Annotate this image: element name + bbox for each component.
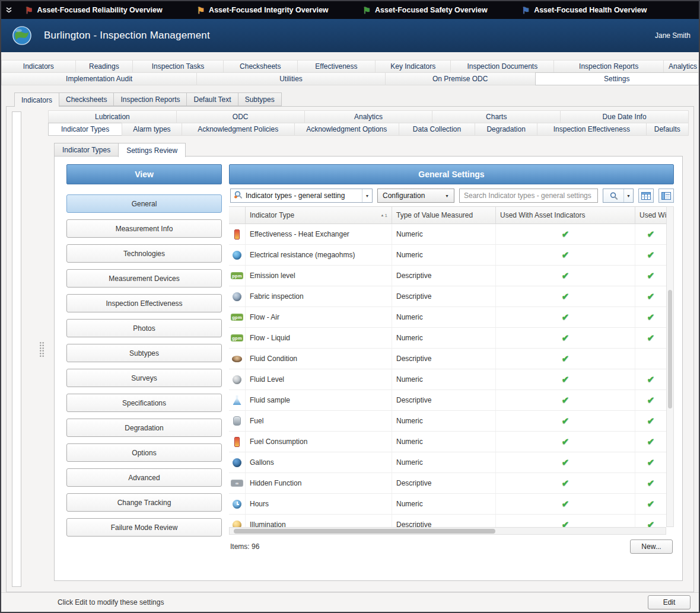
tab-due-date-info[interactable]: Due Date Info bbox=[560, 110, 689, 123]
horizontal-scrollbar-thumb[interactable] bbox=[234, 529, 495, 534]
table-row[interactable]: gpmFlow - LiquidNumeric✔✔ bbox=[229, 328, 666, 349]
electrical-resistance-icon bbox=[233, 251, 241, 260]
topbar-tab-label: Asset-Focused Safety Overview bbox=[375, 6, 488, 14]
column-header-indicator-type[interactable]: Indicator Type▲1 bbox=[246, 207, 392, 224]
view-item-change-tracking[interactable]: Change Tracking bbox=[66, 493, 222, 512]
used-with-cell: ✔ bbox=[635, 307, 666, 327]
table-row[interactable]: Fluid sampleDescriptive✔✔ bbox=[229, 390, 666, 411]
table-row[interactable]: ∞Hidden FunctionDescriptive✔✔ bbox=[229, 473, 666, 494]
horizontal-scrollbar[interactable] bbox=[229, 527, 666, 535]
topbar-tab-asset-focused-integrity-overview[interactable]: ⚑Asset-Focused Integrity Overview bbox=[189, 1, 337, 19]
tab-indicator-types[interactable]: Indicator Types bbox=[48, 123, 122, 136]
table-row[interactable]: ppmEmission levelDescriptive✔✔ bbox=[229, 266, 666, 286]
tab-default-text[interactable]: Default Text bbox=[186, 92, 237, 106]
value-type-cell: Descriptive bbox=[392, 266, 496, 286]
tab-inspection-reports[interactable]: Inspection Reports bbox=[553, 60, 663, 73]
used-with-asset-indicators-cell: ✔ bbox=[496, 369, 635, 389]
tab-inspection-reports[interactable]: Inspection Reports bbox=[113, 92, 186, 106]
tab-on-premise-odc[interactable]: On Premise ODC bbox=[385, 72, 535, 85]
row-icon-cell bbox=[229, 369, 246, 389]
tab-analytics[interactable]: Analytics bbox=[663, 60, 699, 73]
tab-key-indicators[interactable]: Key Indicators bbox=[375, 60, 450, 73]
search-input[interactable] bbox=[459, 189, 598, 203]
search-button[interactable]: ▼ bbox=[603, 189, 634, 203]
tab-settings-review[interactable]: Settings Review bbox=[118, 143, 186, 157]
table-row[interactable]: IlluminationDescriptive✔✔ bbox=[229, 515, 666, 527]
view-item-options[interactable]: Options bbox=[66, 443, 222, 462]
view-item-photos[interactable]: Photos bbox=[66, 319, 222, 337]
view-item-measurement-info[interactable]: Measurement Info bbox=[66, 219, 222, 238]
tab-utilities[interactable]: Utilities bbox=[196, 72, 385, 85]
view-item-failure-mode-review[interactable]: Failure Mode Review bbox=[66, 518, 222, 537]
tab-alarm-types[interactable]: Alarm types bbox=[122, 123, 181, 136]
view-item-specifications[interactable]: Specifications bbox=[66, 394, 222, 412]
vertical-scrollbar[interactable] bbox=[666, 206, 674, 527]
table-row[interactable]: GallonsNumeric✔✔ bbox=[229, 452, 666, 473]
tab-acknowledgment-options[interactable]: Acknowledgment Options bbox=[294, 123, 399, 136]
tab-checksheets[interactable]: Checksheets bbox=[59, 92, 113, 106]
tab-defaults[interactable]: Defaults bbox=[646, 123, 689, 136]
edit-button[interactable]: Edit bbox=[648, 595, 691, 609]
table-row[interactable]: Fluid ConditionDescriptive✔ bbox=[229, 349, 666, 369]
tab-readings[interactable]: Readings bbox=[75, 60, 132, 73]
view-item-surveys[interactable]: Surveys bbox=[66, 369, 222, 387]
tab-lubrication[interactable]: Lubrication bbox=[48, 110, 176, 123]
tab-indicator-types[interactable]: Indicator Types bbox=[54, 143, 118, 157]
column-header-used-with-asset-indicators[interactable]: Used With Asset Indicators bbox=[496, 207, 635, 224]
tab-inspection-effectiveness[interactable]: Inspection Effectiveness bbox=[537, 123, 646, 136]
card-view-button[interactable] bbox=[658, 189, 674, 203]
grid-view-button[interactable] bbox=[638, 189, 654, 203]
app-window: ⚑Asset-Focused Reliability Overview⚑Asse… bbox=[0, 0, 700, 613]
new-button[interactable]: New... bbox=[630, 539, 673, 554]
view-item-measurement-devices[interactable]: Measurement Devices bbox=[66, 269, 222, 288]
tab-inspection-documents[interactable]: Inspection Documents bbox=[450, 60, 553, 73]
view-item-general[interactable]: General bbox=[66, 194, 222, 213]
table-row[interactable]: HoursNumeric✔✔ bbox=[229, 494, 666, 515]
tab-inspection-tasks[interactable]: Inspection Tasks bbox=[132, 60, 223, 73]
table-row[interactable]: Fabric inspectionDescriptive✔✔ bbox=[229, 286, 666, 307]
tab-analytics[interactable]: Analytics bbox=[304, 110, 432, 123]
search-options-chevron-icon[interactable]: ▼ bbox=[623, 189, 633, 202]
table-row[interactable]: Electrical resistance (megaohms)Numeric✔… bbox=[229, 245, 666, 266]
table-row[interactable]: gpmFlow - AirNumeric✔✔ bbox=[229, 307, 666, 328]
tab-indicators[interactable]: Indicators bbox=[1, 60, 75, 73]
tab-indicators[interactable]: Indicators bbox=[14, 92, 59, 107]
dataset-selector-value: Indicator types - general setting bbox=[246, 191, 359, 200]
tab-acknowledgment-policies[interactable]: Acknowledgment Policies bbox=[182, 123, 294, 136]
view-item-degradation[interactable]: Degradation bbox=[66, 419, 222, 437]
table-row[interactable]: Fluid LevelNumeric✔✔ bbox=[229, 369, 666, 390]
view-item-subtypes[interactable]: Subtypes bbox=[66, 344, 222, 362]
tab-odc[interactable]: ODC bbox=[176, 110, 304, 123]
collapse-chevrons-icon[interactable] bbox=[1, 1, 17, 19]
tab-data-collection[interactable]: Data Collection bbox=[399, 123, 475, 136]
column-header-used-with[interactable]: Used With bbox=[635, 207, 666, 224]
table-row[interactable]: Fuel ConsumptionNumeric✔✔ bbox=[229, 432, 666, 452]
view-item-inspection-effectiveness[interactable]: Inspection Effectiveness bbox=[66, 294, 222, 312]
row-icon-cell bbox=[229, 515, 246, 527]
tab-checksheets[interactable]: Checksheets bbox=[223, 60, 297, 73]
used-with-asset-indicators-cell: ✔ bbox=[496, 286, 635, 306]
table-row[interactable]: FuelNumeric✔✔ bbox=[229, 411, 666, 432]
configuration-dropdown[interactable]: Configuration ▼ bbox=[377, 189, 454, 203]
tab-effectiveness[interactable]: Effectiveness bbox=[297, 60, 376, 73]
splitter-grip[interactable] bbox=[39, 341, 44, 357]
tab-degradation[interactable]: Degradation bbox=[475, 123, 537, 136]
table-row[interactable]: Effectiveness - Heat ExchangerNumeric✔✔ bbox=[229, 224, 666, 245]
tab-implementation-audit[interactable]: Implementation Audit bbox=[1, 72, 196, 85]
tab-charts[interactable]: Charts bbox=[432, 110, 560, 123]
tab-settings[interactable]: Settings bbox=[535, 72, 699, 85]
topbar-tab-asset-focused-safety-overview[interactable]: ⚑Asset-Focused Safety Overview bbox=[355, 1, 496, 19]
view-item-advanced[interactable]: Advanced bbox=[66, 468, 222, 487]
dataset-selector-dropdown[interactable]: Indicator types - general setting ▼ bbox=[230, 189, 373, 203]
chevron-down-icon[interactable]: ▼ bbox=[362, 189, 372, 202]
vertical-scrollbar-thumb[interactable] bbox=[668, 290, 672, 408]
used-with-asset-indicators-cell: ✔ bbox=[496, 411, 635, 431]
collapsed-side-panel[interactable] bbox=[12, 111, 21, 587]
view-item-technologies[interactable]: Technologies bbox=[66, 244, 222, 263]
column-header-type-of-value-measured[interactable]: Type of Value Measured bbox=[392, 207, 496, 224]
used-with-cell bbox=[635, 349, 666, 369]
tab-subtypes[interactable]: Subtypes bbox=[238, 92, 282, 106]
topbar-tab-asset-focused-health-overview[interactable]: ⚑Asset-Focused Health Overview bbox=[514, 1, 656, 19]
indicator-types-table: Indicator Type▲1Type of Value MeasuredUs… bbox=[229, 206, 674, 535]
topbar-tab-asset-focused-reliability-overview[interactable]: ⚑Asset-Focused Reliability Overview bbox=[17, 1, 171, 19]
